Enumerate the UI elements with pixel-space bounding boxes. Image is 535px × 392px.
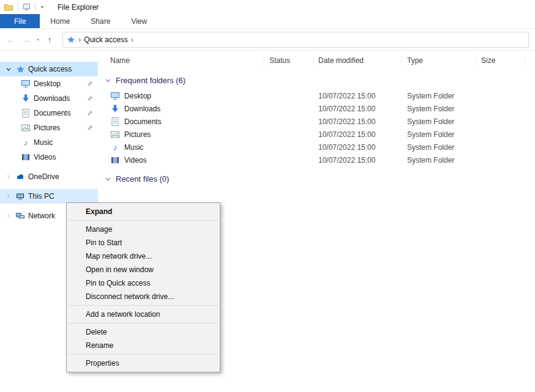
menu-item-disconnect-network-drive[interactable]: Disconnect network drive... (67, 290, 220, 303)
sidebar-item-pictures[interactable]: Pictures (0, 120, 98, 135)
file-name: Desktop (124, 92, 151, 100)
desktop-icon (110, 91, 120, 101)
type-cell: System Folder (402, 130, 476, 139)
tab-share[interactable]: Share (80, 14, 121, 28)
column-header-type[interactable]: Type (402, 56, 476, 66)
group-header-frequent-folders[interactable]: Frequent folders (6) (103, 73, 535, 87)
column-headers: Name Status Date modified Type Size (103, 53, 535, 68)
videos-icon (21, 152, 31, 162)
music-icon: ♪ (110, 142, 120, 152)
menu-item-map-network-drive[interactable]: Map network drive... (67, 250, 220, 263)
type-cell: System Folder (402, 117, 476, 126)
pin-icon (86, 125, 93, 131)
date-modified-cell: 10/07/2022 15:00 (313, 130, 402, 139)
type-cell: System Folder (402, 105, 476, 113)
menu-item-expand[interactable]: Expand (67, 205, 220, 218)
file-row-downloads[interactable]: Downloads 10/07/2022 15:00 System Folder (103, 102, 535, 115)
file-row-videos[interactable]: Videos 10/07/2022 15:00 System Folder (103, 153, 535, 166)
file-row-documents[interactable]: Documents 10/07/2022 15:00 System Folder (103, 115, 535, 128)
toolbar-customize-chevron-icon[interactable]: ▾ (40, 4, 45, 10)
column-header-name[interactable]: Name (103, 56, 264, 66)
column-header-date-modified[interactable]: Date modified (313, 56, 402, 66)
file-row-desktop[interactable]: Desktop 10/07/2022 15:00 System Folder (103, 89, 535, 102)
sidebar-item-videos[interactable]: Videos (0, 150, 98, 165)
chevron-down-icon (105, 77, 111, 84)
group-header-recent-files[interactable]: Recent files (0) (103, 171, 535, 186)
pin-icon (86, 95, 93, 102)
column-header-status[interactable]: Status (264, 56, 313, 66)
network-icon (15, 211, 25, 221)
menu-item-pin-to-start[interactable]: Pin to Start (67, 236, 220, 250)
group-header-label: Frequent folders (6) (116, 76, 185, 85)
date-modified-cell: 10/07/2022 15:00 (313, 92, 402, 100)
back-arrow-icon[interactable]: ← (4, 32, 18, 47)
sidebar-item-label: Pictures (34, 124, 60, 132)
pictures-icon (110, 130, 120, 139)
file-name: Downloads (124, 105, 160, 113)
sidebar-item-music[interactable]: ♪ Music (0, 135, 98, 150)
date-modified-cell: 10/07/2022 15:00 (313, 143, 402, 152)
sidebar-item-quick-access[interactable]: Quick access (0, 62, 98, 76)
sidebar-item-onedrive[interactable]: OneDrive (0, 169, 98, 184)
chevron-down-icon (105, 176, 111, 182)
quick-toolbar-properties-icon[interactable] (23, 3, 31, 11)
desktop-icon (21, 79, 31, 89)
ribbon-tabs: File Home Share View (0, 14, 535, 29)
breadcrumb-location[interactable]: Quick access (84, 35, 127, 44)
tab-home[interactable]: Home (40, 14, 80, 28)
menu-item-open-in-new-window[interactable]: Open in new window (67, 263, 220, 276)
forward-arrow-icon[interactable]: → (19, 32, 34, 47)
tab-file[interactable]: File (0, 14, 40, 28)
sidebar-item-downloads[interactable]: Downloads (0, 91, 98, 106)
this-pc-context-menu: Expand Manage Pin to Start Map network d… (66, 202, 220, 372)
menu-item-delete[interactable]: Delete (67, 325, 220, 339)
sidebar-item-desktop[interactable]: Desktop (0, 76, 98, 91)
sidebar-item-label: This PC (28, 192, 54, 201)
type-cell: System Folder (402, 92, 476, 100)
column-header-size[interactable]: Size (476, 56, 525, 66)
menu-item-manage[interactable]: Manage (67, 223, 220, 236)
app-folder-icon[interactable] (4, 2, 13, 12)
tab-view[interactable]: View (121, 14, 157, 28)
date-modified-cell: 10/07/2022 15:00 (313, 105, 402, 113)
breadcrumb-chevron-icon[interactable]: › (131, 35, 133, 43)
file-row-pictures[interactable]: Pictures 10/07/2022 15:00 System Folder (103, 128, 535, 141)
menu-separator (68, 354, 219, 355)
chevron-right-icon[interactable] (4, 193, 12, 199)
chevron-right-icon[interactable] (4, 213, 12, 219)
quick-access-icon (67, 35, 75, 44)
titlebar-separator (18, 3, 18, 11)
address-bar: ← → ▾ ↑ › Quick access › (0, 29, 535, 51)
menu-separator (68, 323, 219, 324)
sidebar-item-label: OneDrive (28, 172, 59, 181)
history-chevron-icon[interactable]: ▾ (34, 37, 42, 42)
file-name: Pictures (124, 130, 151, 139)
menu-item-properties[interactable]: Properties (67, 357, 220, 370)
downloads-icon (110, 104, 120, 114)
sidebar-item-label: Network (28, 212, 55, 220)
group-header-label: Recent files (0) (116, 174, 169, 183)
file-name: Music (124, 143, 143, 152)
address-breadcrumb-box[interactable]: › Quick access › (62, 32, 529, 48)
file-name: Videos (124, 156, 146, 165)
chevron-down-icon[interactable] (4, 66, 12, 72)
menu-item-pin-to-quick-access[interactable]: Pin to Quick access (67, 276, 220, 290)
breadcrumb-chevron-icon: › (78, 35, 81, 43)
documents-icon (110, 117, 120, 127)
menu-item-rename[interactable]: Rename (67, 339, 220, 352)
file-row-music[interactable]: ♪ Music 10/07/2022 15:00 System Folder (103, 141, 535, 153)
type-cell: System Folder (402, 156, 476, 165)
up-arrow-icon[interactable]: ↑ (42, 32, 57, 47)
menu-separator (68, 305, 219, 306)
sidebar-item-label: Videos (34, 153, 56, 161)
sidebar-item-this-pc[interactable]: This PC (0, 189, 98, 204)
titlebar: ▾ File Explorer (0, 0, 535, 14)
file-explorer-window: ▾ File Explorer File Home Share View ← →… (0, 0, 535, 392)
chevron-right-icon[interactable] (4, 174, 12, 180)
sidebar-item-documents[interactable]: Documents (0, 106, 98, 120)
sidebar-item-label: Quick access (28, 65, 72, 73)
sidebar-item-label: Documents (34, 109, 71, 117)
type-cell: System Folder (402, 143, 476, 152)
menu-item-add-network-location[interactable]: Add a network location (67, 308, 220, 321)
quick-access-icon (15, 64, 25, 74)
